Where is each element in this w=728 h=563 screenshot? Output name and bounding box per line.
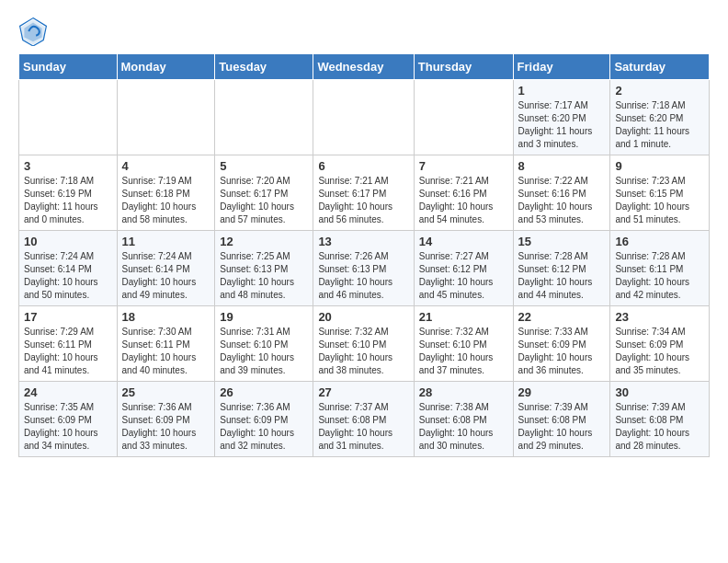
day-number: 14 xyxy=(419,235,508,248)
day-number: 20 xyxy=(318,310,408,324)
day-number: 17 xyxy=(24,310,112,324)
day-number: 23 xyxy=(615,310,704,324)
calendar-cell: 18Sunrise: 7:30 AM Sunset: 6:11 PM Dayli… xyxy=(117,306,215,382)
calendar-cell: 4Sunrise: 7:19 AM Sunset: 6:18 PM Daylig… xyxy=(117,155,215,231)
calendar-cell: 17Sunrise: 7:29 AM Sunset: 6:11 PM Dayli… xyxy=(19,306,118,382)
calendar-row: 10Sunrise: 7:24 AM Sunset: 6:14 PM Dayli… xyxy=(19,231,710,306)
day-number: 29 xyxy=(518,385,606,399)
cell-details: Sunrise: 7:22 AM Sunset: 6:16 PM Dayligh… xyxy=(518,175,606,226)
calendar-cell: 19Sunrise: 7:31 AM Sunset: 6:10 PM Dayli… xyxy=(215,306,313,382)
cell-details: Sunrise: 7:33 AM Sunset: 6:09 PM Dayligh… xyxy=(518,326,606,377)
calendar-cell: 9Sunrise: 7:23 AM Sunset: 6:15 PM Daylig… xyxy=(610,155,710,231)
day-number: 10 xyxy=(24,235,112,248)
cell-details: Sunrise: 7:24 AM Sunset: 6:14 PM Dayligh… xyxy=(122,250,210,302)
calendar-cell xyxy=(19,80,118,155)
calendar-cell: 11Sunrise: 7:24 AM Sunset: 6:14 PM Dayli… xyxy=(117,231,215,306)
calendar-table: SundayMondayTuesdayWednesdayThursdayFrid… xyxy=(18,53,710,457)
calendar-cell xyxy=(117,80,215,155)
page-header xyxy=(0,0,728,53)
day-number: 22 xyxy=(518,310,606,324)
cell-details: Sunrise: 7:31 AM Sunset: 6:10 PM Dayligh… xyxy=(220,326,308,377)
day-number: 18 xyxy=(122,310,210,324)
weekday-header-thursday: Thursday xyxy=(414,54,513,80)
weekday-header-wednesday: Wednesday xyxy=(313,54,414,80)
day-number: 19 xyxy=(220,310,308,324)
calendar-cell: 13Sunrise: 7:26 AM Sunset: 6:13 PM Dayli… xyxy=(313,231,414,306)
calendar-cell xyxy=(313,80,414,155)
day-number: 8 xyxy=(518,159,606,173)
calendar-cell: 28Sunrise: 7:38 AM Sunset: 6:08 PM Dayli… xyxy=(414,382,513,457)
cell-details: Sunrise: 7:24 AM Sunset: 6:14 PM Dayligh… xyxy=(24,250,112,302)
cell-details: Sunrise: 7:21 AM Sunset: 6:17 PM Dayligh… xyxy=(318,175,408,226)
calendar-cell: 12Sunrise: 7:25 AM Sunset: 6:13 PM Dayli… xyxy=(215,231,313,306)
calendar-cell: 23Sunrise: 7:34 AM Sunset: 6:09 PM Dayli… xyxy=(610,306,710,382)
calendar-cell: 30Sunrise: 7:39 AM Sunset: 6:08 PM Dayli… xyxy=(610,382,710,457)
day-number: 16 xyxy=(615,235,704,248)
cell-details: Sunrise: 7:38 AM Sunset: 6:08 PM Dayligh… xyxy=(419,401,508,453)
day-number: 24 xyxy=(24,385,112,399)
day-number: 2 xyxy=(615,84,704,98)
cell-details: Sunrise: 7:17 AM Sunset: 6:20 PM Dayligh… xyxy=(518,99,606,151)
calendar-cell: 22Sunrise: 7:33 AM Sunset: 6:09 PM Dayli… xyxy=(513,306,610,382)
calendar-cell: 8Sunrise: 7:22 AM Sunset: 6:16 PM Daylig… xyxy=(513,155,610,231)
calendar-cell: 29Sunrise: 7:39 AM Sunset: 6:08 PM Dayli… xyxy=(513,382,610,457)
cell-details: Sunrise: 7:34 AM Sunset: 6:09 PM Dayligh… xyxy=(615,326,704,377)
day-number: 30 xyxy=(615,385,704,399)
calendar-row: 24Sunrise: 7:35 AM Sunset: 6:09 PM Dayli… xyxy=(19,382,710,457)
cell-details: Sunrise: 7:28 AM Sunset: 6:11 PM Dayligh… xyxy=(615,250,704,302)
calendar-cell: 14Sunrise: 7:27 AM Sunset: 6:12 PM Dayli… xyxy=(414,231,513,306)
calendar-row: 3Sunrise: 7:18 AM Sunset: 6:19 PM Daylig… xyxy=(19,155,710,231)
calendar-cell: 26Sunrise: 7:36 AM Sunset: 6:09 PM Dayli… xyxy=(215,382,313,457)
day-number: 4 xyxy=(122,159,210,173)
generalblue-icon xyxy=(18,17,48,46)
calendar-cell: 16Sunrise: 7:28 AM Sunset: 6:11 PM Dayli… xyxy=(610,231,710,306)
cell-details: Sunrise: 7:27 AM Sunset: 6:12 PM Dayligh… xyxy=(419,250,508,302)
logo-container xyxy=(18,17,51,46)
weekday-header-sunday: Sunday xyxy=(19,54,118,80)
day-number: 6 xyxy=(318,159,408,173)
cell-details: Sunrise: 7:37 AM Sunset: 6:08 PM Dayligh… xyxy=(318,401,408,453)
logo xyxy=(18,17,51,46)
calendar-row: 17Sunrise: 7:29 AM Sunset: 6:11 PM Dayli… xyxy=(19,306,710,382)
calendar-cell xyxy=(414,80,513,155)
cell-details: Sunrise: 7:39 AM Sunset: 6:08 PM Dayligh… xyxy=(518,401,606,453)
calendar-cell: 25Sunrise: 7:36 AM Sunset: 6:09 PM Dayli… xyxy=(117,382,215,457)
cell-details: Sunrise: 7:39 AM Sunset: 6:08 PM Dayligh… xyxy=(615,401,704,453)
cell-details: Sunrise: 7:18 AM Sunset: 6:20 PM Dayligh… xyxy=(615,99,704,151)
weekday-header-tuesday: Tuesday xyxy=(215,54,313,80)
calendar-cell: 7Sunrise: 7:21 AM Sunset: 6:16 PM Daylig… xyxy=(414,155,513,231)
cell-details: Sunrise: 7:36 AM Sunset: 6:09 PM Dayligh… xyxy=(220,401,308,453)
day-number: 12 xyxy=(220,235,308,248)
weekday-header-monday: Monday xyxy=(117,54,215,80)
calendar-cell: 15Sunrise: 7:28 AM Sunset: 6:12 PM Dayli… xyxy=(513,231,610,306)
cell-details: Sunrise: 7:35 AM Sunset: 6:09 PM Dayligh… xyxy=(24,401,112,453)
day-number: 9 xyxy=(615,159,704,173)
calendar-cell: 20Sunrise: 7:32 AM Sunset: 6:10 PM Dayli… xyxy=(313,306,414,382)
day-number: 11 xyxy=(122,235,210,248)
day-number: 13 xyxy=(318,235,408,248)
cell-details: Sunrise: 7:29 AM Sunset: 6:11 PM Dayligh… xyxy=(24,326,112,377)
cell-details: Sunrise: 7:21 AM Sunset: 6:16 PM Dayligh… xyxy=(419,175,508,226)
day-number: 7 xyxy=(419,159,508,173)
cell-details: Sunrise: 7:32 AM Sunset: 6:10 PM Dayligh… xyxy=(318,326,408,377)
day-number: 1 xyxy=(518,84,606,98)
cell-details: Sunrise: 7:32 AM Sunset: 6:10 PM Dayligh… xyxy=(419,326,508,377)
calendar-cell: 6Sunrise: 7:21 AM Sunset: 6:17 PM Daylig… xyxy=(313,155,414,231)
cell-details: Sunrise: 7:28 AM Sunset: 6:12 PM Dayligh… xyxy=(518,250,606,302)
cell-details: Sunrise: 7:36 AM Sunset: 6:09 PM Dayligh… xyxy=(122,401,210,453)
day-number: 28 xyxy=(419,385,508,399)
cell-details: Sunrise: 7:18 AM Sunset: 6:19 PM Dayligh… xyxy=(24,175,112,226)
calendar-cell: 5Sunrise: 7:20 AM Sunset: 6:17 PM Daylig… xyxy=(215,155,313,231)
calendar-cell: 21Sunrise: 7:32 AM Sunset: 6:10 PM Dayli… xyxy=(414,306,513,382)
day-number: 27 xyxy=(318,385,408,399)
cell-details: Sunrise: 7:23 AM Sunset: 6:15 PM Dayligh… xyxy=(615,175,704,226)
calendar-wrapper: SundayMondayTuesdayWednesdayThursdayFrid… xyxy=(0,53,728,466)
day-number: 26 xyxy=(220,385,308,399)
calendar-cell xyxy=(215,80,313,155)
calendar-row: 1Sunrise: 7:17 AM Sunset: 6:20 PM Daylig… xyxy=(19,80,710,155)
calendar-cell: 24Sunrise: 7:35 AM Sunset: 6:09 PM Dayli… xyxy=(19,382,118,457)
cell-details: Sunrise: 7:20 AM Sunset: 6:17 PM Dayligh… xyxy=(220,175,308,226)
cell-details: Sunrise: 7:30 AM Sunset: 6:11 PM Dayligh… xyxy=(122,326,210,377)
weekday-header-row: SundayMondayTuesdayWednesdayThursdayFrid… xyxy=(19,54,710,80)
calendar-cell: 1Sunrise: 7:17 AM Sunset: 6:20 PM Daylig… xyxy=(513,80,610,155)
